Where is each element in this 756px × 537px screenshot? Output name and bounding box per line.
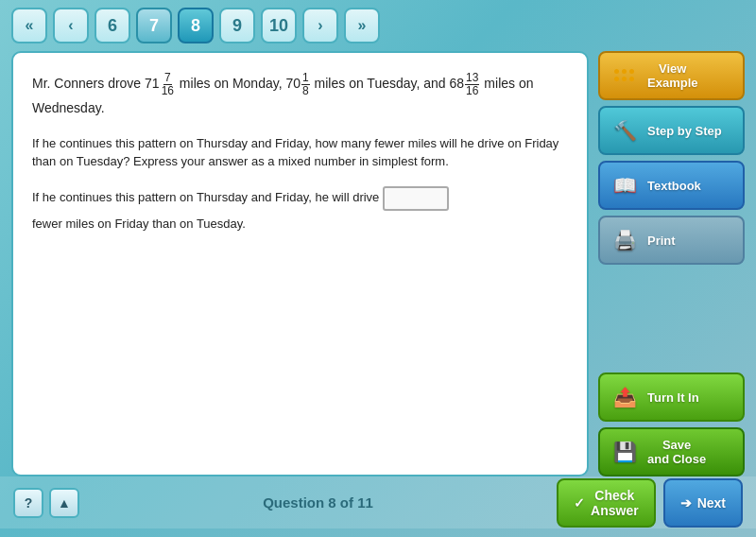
navigation-bar: « ‹ 6 7 8 9 10 › » bbox=[0, 0, 756, 51]
main-content: Mr. Conners drove 71716 miles on Monday,… bbox=[0, 51, 756, 476]
question-status: Question 8 of 11 bbox=[79, 494, 557, 511]
book-icon: 📖 bbox=[610, 170, 640, 200]
next-button[interactable]: ➔ Next bbox=[663, 478, 743, 528]
fill-in-question: If he continues this pattern on Thursday… bbox=[32, 186, 568, 234]
textbook-label: Textbook bbox=[647, 179, 701, 193]
forward-button[interactable]: › bbox=[302, 8, 338, 43]
turn-it-in-button[interactable]: 📤 Turn It In bbox=[598, 372, 745, 422]
view-example-button[interactable]: View Example bbox=[598, 51, 745, 100]
turn-it-in-label: Turn It In bbox=[647, 390, 699, 405]
action-buttons: ✓ Check Answer ➔ Next bbox=[557, 478, 743, 528]
steps-icon: 🔨 bbox=[610, 115, 640, 146]
nav-number-6[interactable]: 6 bbox=[94, 8, 130, 43]
turn-in-icon: 📤 bbox=[610, 382, 640, 412]
problem-statement: Mr. Conners drove 71716 miles on Monday,… bbox=[32, 72, 568, 119]
textbook-button[interactable]: 📖 Textbook bbox=[598, 161, 745, 210]
save-close-label: Save and Close bbox=[647, 438, 706, 466]
nav-number-9[interactable]: 9 bbox=[219, 8, 255, 43]
dice-icon bbox=[610, 61, 640, 91]
save-icon: 💾 bbox=[610, 437, 640, 467]
print-button[interactable]: 🖨️ Print bbox=[598, 216, 745, 265]
next-label: Next bbox=[697, 495, 726, 511]
step-by-step-label: Step by Step bbox=[647, 124, 722, 138]
check-answer-label: Check Answer bbox=[591, 488, 639, 518]
question-panel: Mr. Conners drove 71716 miles on Monday,… bbox=[11, 51, 589, 476]
nav-number-8[interactable]: 8 bbox=[178, 8, 214, 43]
step-by-step-button[interactable]: 🔨 Step by Step bbox=[598, 106, 745, 155]
help-buttons: ? ▲ bbox=[13, 488, 79, 518]
check-icon: ✓ bbox=[574, 495, 585, 511]
check-answer-button[interactable]: ✓ Check Answer bbox=[557, 478, 656, 528]
print-label: Print bbox=[647, 234, 676, 248]
right-sidebar: View Example 🔨 Step by Step 📖 Textbook 🖨… bbox=[598, 51, 745, 476]
back-button[interactable]: ‹ bbox=[53, 8, 89, 43]
instruction-text: If he continues this pattern on Thursday… bbox=[32, 134, 568, 171]
nav-number-10[interactable]: 10 bbox=[261, 8, 297, 43]
view-example-label: View Example bbox=[647, 61, 697, 90]
help-info-button[interactable]: ▲ bbox=[49, 488, 79, 518]
bottom-bar: ? ▲ Question 8 of 11 ✓ Check Answer ➔ Ne… bbox=[0, 476, 756, 528]
answer-input[interactable] bbox=[383, 186, 449, 211]
next-arrow-icon: ➔ bbox=[680, 495, 692, 511]
nav-number-7[interactable]: 7 bbox=[136, 8, 172, 43]
skip-forward-button[interactable]: » bbox=[344, 8, 380, 43]
save-close-button[interactable]: 💾 Save and Close bbox=[598, 427, 745, 476]
skip-back-button[interactable]: « bbox=[11, 8, 47, 43]
print-icon: 🖨️ bbox=[610, 225, 640, 255]
help-question-button[interactable]: ? bbox=[13, 488, 43, 518]
